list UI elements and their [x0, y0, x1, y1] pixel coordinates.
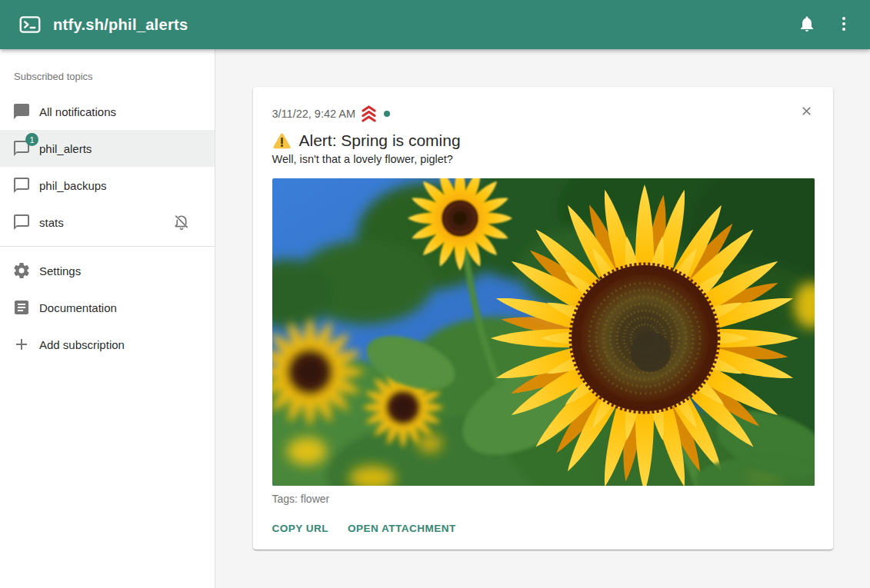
chat-bubble-outline-icon — [12, 176, 31, 194]
terminal-logo-icon — [18, 13, 42, 36]
notifications-off-icon — [172, 213, 191, 231]
main-content: 3/11/22, 9:42 AM — [215, 49, 870, 588]
unread-dot — [384, 111, 390, 117]
sidebar-item-label: phil_backups — [39, 179, 107, 192]
app-title: ntfy.sh/phil_alerts — [53, 16, 188, 34]
article-icon — [12, 298, 31, 317]
sidebar-item-settings[interactable]: Settings — [0, 252, 215, 289]
notification-title: Alert: Spring is coming — [299, 131, 461, 150]
chat-bubble-filled-icon — [12, 102, 31, 121]
sidebar-item-all-notifications[interactable]: All notifications — [0, 93, 215, 130]
chat-bubble-outline-icon — [12, 213, 31, 231]
open-attachment-button[interactable]: OPEN ATTACHMENT — [348, 523, 456, 534]
sidebar-item-phil-backups[interactable]: phil_backups — [0, 167, 215, 204]
attachment-image-sunflowers[interactable] — [272, 178, 815, 486]
app-bar: ntfy.sh/phil_alerts — [0, 0, 870, 49]
notification-body: Well, isn't that a lovely flower, piglet… — [272, 153, 815, 165]
close-x-icon — [799, 104, 814, 121]
sidebar-divider — [0, 246, 215, 247]
sidebar-item-phil-alerts[interactable]: 1 phil_alerts — [0, 130, 215, 167]
copy-url-button[interactable]: COPY URL — [272, 523, 329, 534]
unread-count-badge: 1 — [25, 133, 38, 146]
sidebar-item-label: All notifications — [39, 105, 116, 118]
sidebar: Subscribed topics All notifications 1 ph… — [0, 49, 215, 588]
kebab-menu-icon — [835, 15, 853, 35]
notification-timestamp: 3/11/22, 9:42 AM — [272, 108, 356, 120]
priority-high-icon — [359, 105, 378, 122]
sidebar-section-label: Subscribed topics — [0, 54, 215, 93]
settings-gear-icon — [12, 261, 31, 280]
sidebar-item-label: Add subscription — [39, 338, 125, 351]
notification-tags: Tags: flower — [272, 493, 815, 505]
sidebar-item-label: Documentation — [39, 301, 117, 314]
notification-card: 3/11/22, 9:42 AM — [253, 87, 833, 550]
notifications-toggle-button[interactable] — [788, 6, 825, 43]
sidebar-item-label: Settings — [39, 264, 81, 277]
close-notification-button[interactable] — [795, 100, 819, 125]
warning-triangle-icon — [272, 132, 292, 150]
sidebar-item-stats[interactable]: stats — [0, 204, 215, 241]
chat-bubble-outline-icon: 1 — [12, 139, 31, 158]
bell-icon — [798, 15, 816, 35]
sidebar-item-add-subscription[interactable]: Add subscription — [0, 326, 215, 363]
sidebar-item-label: stats — [39, 216, 64, 229]
sidebar-item-documentation[interactable]: Documentation — [0, 289, 215, 326]
overflow-menu-button[interactable] — [825, 6, 862, 43]
plus-icon — [12, 335, 31, 354]
sidebar-item-label: phil_alerts — [39, 142, 92, 155]
